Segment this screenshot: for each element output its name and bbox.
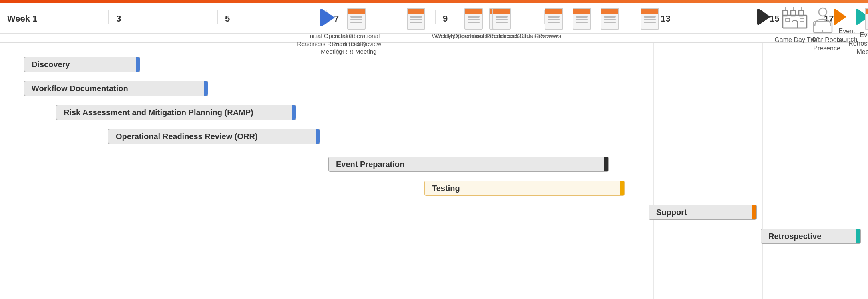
gantt-bar-WorkflowDocumentation: Workflow Documentation xyxy=(24,81,208,96)
gantt-bar-label-Testing: Testing xyxy=(432,184,460,193)
gantt-bar-ORR: Operational Readiness Review (ORR) xyxy=(108,129,320,144)
gantt-area: DiscoveryWorkflow DocumentationRisk Asse… xyxy=(0,43,868,299)
bar-end-cap-Discovery xyxy=(136,57,140,72)
vline-week-7 xyxy=(327,43,327,299)
chart-container: Week 1357911131517 Initial Operational R… xyxy=(0,0,868,299)
top-bar xyxy=(0,0,868,3)
gantt-bar-label-WorkflowDocumentation: Workflow Documentation xyxy=(32,84,128,93)
svg-marker-18 xyxy=(835,9,846,25)
bar-end-cap-RiskAssessment xyxy=(292,105,296,120)
bar-end-cap-WorkflowDocumentation xyxy=(204,81,208,96)
bar-end-cap-EventPreparation xyxy=(604,157,608,171)
gantt-bar-Retrospective: Retrospective xyxy=(761,229,861,244)
svg-rect-21 xyxy=(856,9,858,25)
gantt-row-Retrospective: Retrospective xyxy=(761,227,861,245)
gantt-bar-label-RiskAssessment: Risk Assessment and Mitigation Planning … xyxy=(64,108,253,117)
doc-marker-1500 xyxy=(601,8,619,30)
gantt-row-EventPreparation: Event Preparation xyxy=(328,155,609,173)
gantt-bar-Support: Support xyxy=(649,205,757,220)
gantt-bar-label-EventPreparation: Event Preparation xyxy=(336,160,404,169)
svg-marker-0 xyxy=(322,9,335,26)
gantt-row-Discovery: Discovery xyxy=(24,55,140,74)
gantt-bar-Discovery: Discovery xyxy=(24,57,140,72)
svg-point-14 xyxy=(819,8,827,16)
svg-rect-3 xyxy=(757,9,760,25)
doc-marker-1160 xyxy=(464,8,483,30)
vline-week-13 xyxy=(653,43,654,299)
gantt-bar-label-ORR: Operational Readiness Review (ORR) xyxy=(116,132,258,141)
gantt-bar-RiskAssessment: Risk Assessment and Mitigation Planning … xyxy=(56,105,296,120)
gantt-row-ORR: Operational Readiness Review (ORR) xyxy=(108,127,320,146)
weekly-orr-label: Weekly Operational Readiness Status Revi… xyxy=(420,32,569,40)
gantt-row-Testing: Testing xyxy=(424,179,625,197)
gantt-row-Support: Support xyxy=(649,203,757,221)
doc-marker-1230 xyxy=(492,8,511,30)
bar-end-cap-Testing xyxy=(620,181,624,195)
orange-flag-marker xyxy=(834,9,846,25)
markers-container: Initial Operational Readiness Review (OR… xyxy=(0,3,868,42)
doc-marker-1016 xyxy=(407,8,425,30)
doc-marker-1360 xyxy=(545,8,563,30)
gantt-bar-label-Discovery: Discovery xyxy=(32,60,70,69)
vline-week-5 xyxy=(218,43,218,299)
svg-rect-19 xyxy=(834,9,836,25)
doc-marker-1430 xyxy=(573,8,591,30)
gantt-bar-EventPreparation: Event Preparation xyxy=(328,157,609,172)
gantt-bar-label-Retrospective: Retrospective xyxy=(768,232,821,241)
doc-marker-1600 xyxy=(641,8,659,30)
timeline-header: Week 1357911131517 Initial Operational R… xyxy=(0,3,868,43)
vline-week-17 xyxy=(817,43,817,299)
gantt-row-WorkflowDocumentation: Workflow Documentation xyxy=(24,79,208,98)
svg-rect-9 xyxy=(800,18,804,22)
dark-flag-marker xyxy=(757,9,770,25)
bar-end-cap-ORR xyxy=(316,129,320,144)
gantt-row-RiskAssessment: Risk Assessment and Mitigation Planning … xyxy=(56,103,296,122)
bar-end-cap-Retrospective xyxy=(856,229,860,243)
blue-flag-marker xyxy=(320,9,335,28)
castle-icon xyxy=(781,6,809,38)
gantt-bar-Testing: Testing xyxy=(424,181,625,196)
svg-rect-8 xyxy=(786,18,790,22)
teal-doc-marker xyxy=(865,8,868,30)
vline-week-15 xyxy=(762,43,763,299)
svg-marker-2 xyxy=(759,9,770,25)
svg-rect-1 xyxy=(320,9,322,26)
bar-end-cap-Support xyxy=(752,205,756,219)
gantt-bar-label-Support: Support xyxy=(656,208,687,217)
